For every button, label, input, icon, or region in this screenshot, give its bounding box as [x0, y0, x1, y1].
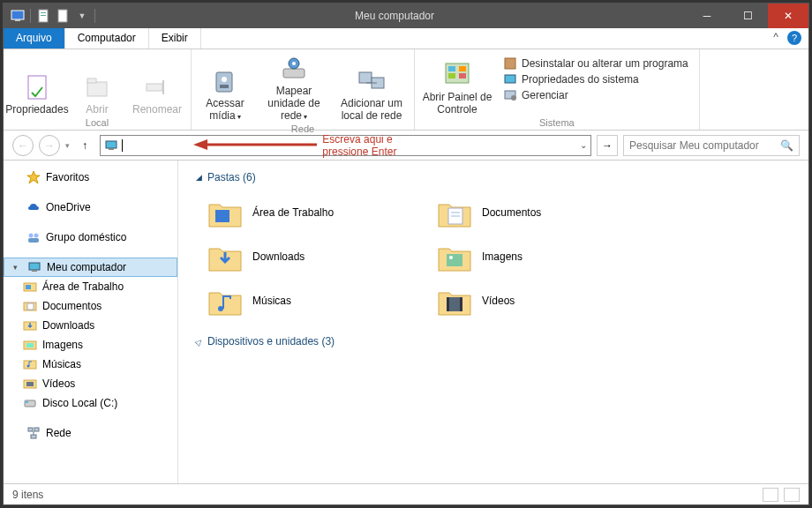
svg-rect-4 — [41, 15, 46, 16]
add-network-location-button[interactable]: Adicionar um local de rede — [336, 51, 407, 122]
nav-downloads[interactable]: Downloads — [4, 316, 177, 335]
manage-link[interactable]: Gerenciar — [503, 88, 688, 102]
svg-rect-1 — [15, 19, 20, 21]
nav-videos[interactable]: Vídeos — [4, 374, 177, 393]
annotation-overlay: Escreva aqui e pressione Enter — [193, 133, 408, 158]
svg-rect-3 — [41, 12, 46, 13]
folder-music[interactable]: Músicas — [207, 282, 401, 319]
nav-pictures[interactable]: Imagens — [4, 335, 177, 355]
system-icon[interactable] — [11, 9, 25, 23]
svg-rect-21 — [448, 66, 455, 71]
nav-network[interactable]: Rede — [4, 423, 177, 443]
access-media-button[interactable]: Acessar mídia▾ — [199, 51, 252, 122]
svg-point-34 — [29, 234, 34, 238]
folder-videos[interactable]: Vídeos — [436, 282, 630, 319]
svg-rect-29 — [106, 141, 117, 148]
section-folders-header[interactable]: ◢Pastas (6) — [196, 168, 791, 187]
svg-rect-65 — [460, 297, 462, 311]
window-title: Meu computador — [102, 10, 687, 22]
svg-rect-8 — [87, 78, 96, 83]
svg-rect-5 — [58, 10, 67, 22]
map-drive-button[interactable]: Mapear unidade de rede▾ — [259, 51, 329, 122]
properties-button[interactable]: Propriedades — [11, 51, 64, 116]
svg-point-28 — [511, 95, 516, 101]
nav-desktop[interactable]: Área de Trabalho — [4, 277, 177, 296]
qa-properties-icon[interactable] — [36, 9, 50, 23]
help-icon[interactable]: ? — [787, 31, 801, 45]
system-properties-link[interactable]: Propriedades do sistema — [503, 72, 688, 86]
nav-music[interactable]: Músicas — [4, 355, 177, 374]
svg-point-16 — [292, 62, 296, 65]
tab-file[interactable]: Arquivo — [4, 28, 65, 49]
tab-view[interactable]: Exibir — [149, 28, 201, 49]
status-item-count: 9 itens — [12, 489, 43, 501]
folder-pictures[interactable]: Imagens — [436, 238, 630, 275]
search-icon: 🔍 — [780, 139, 793, 152]
folder-downloads[interactable]: Downloads — [207, 238, 401, 275]
nav-documents[interactable]: Documentos — [4, 296, 177, 316]
address-bar-row: ← → ▾ ↑ Escreva aqui e pressione Enter ⌄… — [4, 131, 808, 161]
svg-rect-9 — [147, 84, 162, 91]
qa-new-icon[interactable] — [56, 9, 70, 23]
svg-rect-51 — [26, 401, 28, 403]
nav-onedrive[interactable]: OneDrive — [4, 198, 177, 217]
address-dropdown-icon[interactable]: ⌄ — [580, 140, 587, 150]
section-devices-header[interactable]: ▷Dispositivos e unidades (3) — [196, 332, 791, 351]
folder-desktop[interactable]: Área de Trabalho — [207, 194, 401, 231]
svg-rect-54 — [31, 435, 36, 438]
tab-computer[interactable]: Computador — [65, 28, 149, 49]
svg-rect-38 — [32, 270, 37, 272]
svg-rect-10 — [162, 80, 164, 94]
collapse-ribbon-icon[interactable]: ^ — [773, 31, 778, 45]
view-details-button[interactable] — [763, 488, 778, 502]
svg-rect-52 — [28, 428, 33, 431]
up-button[interactable]: ↑ — [75, 136, 94, 155]
svg-rect-64 — [447, 297, 449, 311]
svg-point-61 — [449, 256, 453, 259]
text-cursor — [122, 139, 123, 152]
refresh-button[interactable]: → — [597, 135, 618, 156]
nav-disk-c[interactable]: Disco Local (C:) — [4, 393, 177, 413]
svg-rect-30 — [109, 148, 114, 150]
svg-rect-45 — [26, 343, 34, 347]
explorer-window: ▼ Meu computador ─ ☐ ✕ Arquivo Computado… — [3, 3, 809, 505]
nav-homegroup[interactable]: Grupo doméstico — [4, 228, 177, 247]
svg-rect-36 — [28, 238, 39, 243]
svg-rect-49 — [26, 382, 34, 386]
content-pane: ◢Pastas (6) Área de Trabalho Documentos … — [178, 161, 808, 483]
svg-point-12 — [222, 77, 227, 82]
svg-rect-26 — [505, 75, 515, 83]
svg-rect-7 — [87, 82, 107, 96]
svg-marker-33 — [27, 171, 40, 183]
nav-thispc[interactable]: ▾Meu computador — [4, 258, 177, 277]
svg-rect-0 — [11, 11, 24, 19]
minimize-button[interactable]: ─ — [687, 4, 727, 28]
control-panel-button[interactable]: Abrir Painel de Controle — [422, 51, 492, 116]
svg-rect-53 — [34, 428, 39, 431]
svg-rect-24 — [459, 73, 466, 78]
quick-access-toolbar: ▼ — [4, 9, 102, 23]
ribbon: Propriedades Abrir Renomear Local Acessa… — [4, 49, 808, 131]
maximize-button[interactable]: ☐ — [727, 4, 768, 28]
svg-rect-25 — [505, 58, 515, 69]
forward-button[interactable]: → — [39, 135, 60, 156]
uninstall-program-link[interactable]: Desinstalar ou alterar um programa — [503, 56, 688, 71]
qa-dropdown-icon[interactable]: ▼ — [75, 9, 89, 23]
recent-dropdown-icon[interactable]: ▾ — [65, 141, 70, 150]
back-button[interactable]: ← — [12, 135, 34, 156]
svg-rect-42 — [27, 303, 34, 310]
folder-documents[interactable]: Documentos — [436, 194, 630, 231]
titlebar: ▼ Meu computador ─ ☐ ✕ — [4, 4, 808, 28]
close-button[interactable]: ✕ — [768, 4, 808, 28]
search-box[interactable]: 🔍 — [623, 135, 800, 156]
navigation-pane: Favoritos OneDrive Grupo doméstico ▾Meu … — [4, 161, 178, 483]
nav-favorites[interactable]: Favoritos — [4, 168, 177, 187]
address-bar[interactable]: Escreva aqui e pressione Enter ⌄ — [100, 135, 591, 156]
status-bar: 9 itens — [4, 483, 808, 504]
open-button: Abrir — [71, 51, 124, 116]
computer-icon — [104, 138, 118, 153]
svg-marker-32 — [193, 139, 207, 150]
svg-rect-40 — [26, 285, 31, 289]
view-icons-button[interactable] — [784, 488, 800, 502]
search-input[interactable] — [629, 139, 780, 152]
